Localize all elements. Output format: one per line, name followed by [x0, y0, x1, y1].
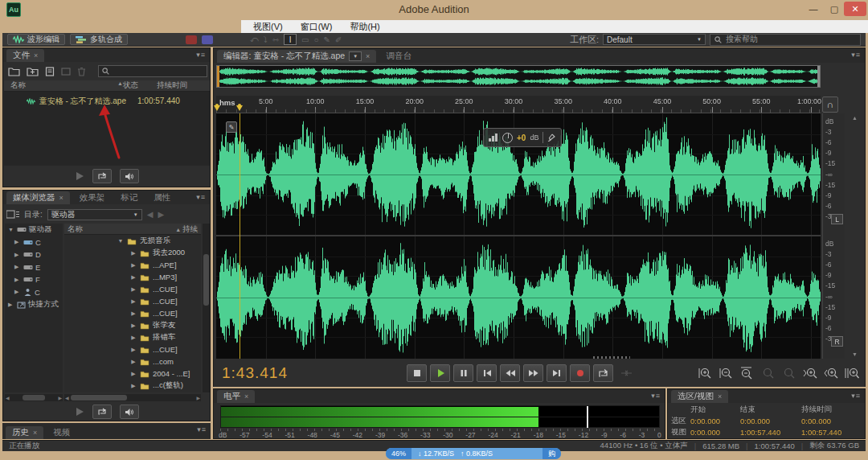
chevron-collapsed-icon[interactable]: ▶ [130, 274, 137, 281]
view-start-pin-icon[interactable] [214, 105, 220, 111]
skip-selection-button[interactable] [616, 364, 637, 382]
overview-navigator[interactable] [216, 65, 821, 88]
chevron-collapsed-icon[interactable]: ▶ [130, 335, 137, 341]
overview-waveform-canvas[interactable] [217, 66, 820, 87]
right-channel-badge[interactable]: R [831, 336, 843, 347]
panel-menu-icon[interactable]: ▾≡ [851, 51, 861, 59]
drive-tree[interactable]: ▼驱动器▶C▶D▶E▶F▶C▶快捷方式 [5, 224, 63, 392]
tab-levels[interactable]: 电平× [217, 390, 255, 403]
folder-row[interactable]: ▶我去2000 [64, 247, 201, 259]
scroll-up-icon[interactable]: ▲ [852, 115, 858, 121]
rewind-button[interactable] [500, 364, 520, 382]
left-channel-badge[interactable]: L [831, 214, 843, 224]
widget-tag[interactable]: 购 [542, 448, 561, 459]
main-waveform-canvas[interactable] [216, 113, 821, 359]
folder-list-vscrollbar[interactable] [203, 224, 210, 392]
auto-play-button[interactable] [120, 169, 139, 183]
new-file-icon[interactable] [45, 67, 55, 76]
panel-menu-icon[interactable]: ▾≡ [651, 392, 661, 400]
playhead-line[interactable] [240, 113, 240, 359]
net-speed-widget[interactable]: 46% ↓ 12.7KB/S ↑ 0.8KB/S 购 [386, 448, 561, 459]
tree-item-c[interactable]: ▶C [5, 286, 63, 299]
folder-row[interactable]: ▶...CUE] [64, 283, 201, 295]
paintbrush-tool-icon[interactable]: ✎ [324, 35, 330, 44]
view-mode-icon[interactable] [6, 210, 19, 219]
folder-row[interactable]: ▶2004 - ...E] [64, 368, 201, 380]
folder-list[interactable]: 名称 ▲ 持续 ▼无损音乐▶我去2000▶...APE]▶...MP3]▶...… [64, 224, 201, 392]
cd-layout-icon[interactable] [186, 35, 197, 44]
file-row[interactable]: 童安格 - 忘不了精选.ape 1:00:57.440 [4, 95, 210, 107]
stop-button[interactable] [407, 364, 427, 382]
chevron-collapsed-icon[interactable]: ▶ [8, 302, 14, 308]
minimize-button[interactable]: — [804, 2, 823, 16]
tab-video[interactable]: 视频 [47, 426, 76, 439]
tree-item-c[interactable]: ▶C [5, 236, 63, 249]
folder-list-header[interactable]: 名称 ▲ 持续 [64, 224, 201, 235]
close-icon[interactable]: × [34, 51, 38, 60]
view-row[interactable]: 视图 0:00.000 1:00:57.440 1:00:57.440 [671, 426, 862, 437]
play-icon[interactable] [75, 171, 84, 181]
chevron-expanded-icon[interactable]: ▼ [8, 227, 14, 232]
folder-list-hscrollbar[interactable]: ◀▶ [64, 394, 201, 401]
loop-playback-button[interactable] [92, 405, 112, 419]
chevron-collapsed-icon[interactable]: ▶ [130, 286, 137, 293]
chevron-collapsed-icon[interactable]: ▶ [14, 252, 21, 258]
workspace-dropdown[interactable]: Default ▼ [603, 34, 706, 45]
tree-hscrollbar[interactable]: ◀▶ [5, 394, 63, 401]
chevron-collapsed-icon[interactable]: ▶ [14, 289, 21, 295]
close-icon[interactable]: × [33, 429, 37, 437]
folder-row[interactable]: ▶...CUE] [64, 295, 201, 307]
spectral-display-icon[interactable] [202, 35, 213, 44]
folder-row[interactable]: ▶...CUE] [64, 307, 201, 319]
scroll-down-icon[interactable]: ▼ [852, 351, 858, 357]
menu-window[interactable]: 窗口(W) [293, 21, 340, 33]
zoom-in-amplitude-button[interactable] [760, 365, 776, 381]
razor-tool-icon[interactable]: ⤵ [264, 35, 268, 44]
folder-row[interactable]: ▶...MP3] [64, 271, 201, 283]
multitrack-button[interactable]: 多轨合成 [70, 34, 128, 45]
chevron-collapsed-icon[interactable]: ▶ [130, 371, 137, 377]
time-display[interactable]: 1:43.414 [222, 364, 288, 382]
gain-knob[interactable] [502, 133, 513, 143]
tree-item-快捷方式[interactable]: ▶快捷方式 [5, 298, 63, 311]
close-button[interactable]: ✕ [844, 2, 866, 16]
timeline-ruler[interactable]: hms 5:0010:0015:0020:0025:0030:0035:0040… [216, 96, 821, 113]
loop-playback-button[interactable] [92, 169, 112, 183]
close-icon[interactable]: × [366, 52, 370, 60]
pause-button[interactable] [453, 364, 473, 382]
panel-resize-grip[interactable] [593, 356, 630, 359]
tab-properties[interactable]: 属性 [147, 191, 177, 204]
folder-row[interactable]: ▶...c(整轨) [64, 380, 201, 392]
marquee-selection-icon[interactable]: ▭ [301, 35, 309, 44]
tree-item-d[interactable]: ▶D [5, 248, 63, 261]
snap-magnet-button[interactable]: ∩ [822, 97, 838, 113]
tree-item-e[interactable]: ▶E [5, 261, 63, 274]
back-arrow-icon[interactable]: ◀ [147, 210, 154, 219]
zoom-in-time-button[interactable] [697, 365, 714, 381]
files-list-header[interactable]: 名称▲ 状态 持续时间 [4, 80, 210, 92]
panel-menu-icon[interactable]: ▾≡ [196, 193, 206, 201]
open-file-icon[interactable] [8, 67, 20, 76]
tab-media-browser[interactable]: 媒体浏览器× [6, 191, 70, 204]
zoom-out-amplitude-button[interactable] [780, 365, 797, 381]
chevron-collapsed-icon[interactable]: ▶ [130, 347, 137, 353]
view-end-handle[interactable] [817, 66, 820, 87]
tree-item-drives-root[interactable]: ▼驱动器 [5, 224, 63, 236]
record-button[interactable] [570, 364, 590, 382]
go-to-start-button[interactable] [477, 364, 497, 382]
maximize-button[interactable]: ▢ [825, 2, 844, 16]
move-tool-icon[interactable]: ⤺ [250, 35, 259, 44]
chevron-collapsed-icon[interactable]: ▶ [130, 250, 137, 257]
folder-row[interactable]: ▶...APE] [64, 259, 201, 271]
insert-multitrack-icon[interactable] [61, 67, 71, 76]
menu-help[interactable]: 帮助(H) [342, 21, 387, 33]
directory-dropdown[interactable]: 驱动器 ▼ [47, 209, 142, 220]
chevron-collapsed-icon[interactable]: ▶ [130, 298, 137, 305]
zoom-to-out-point-button[interactable] [822, 365, 839, 381]
tree-item-f[interactable]: ▶F [5, 273, 63, 286]
chevron-collapsed-icon[interactable]: ▶ [130, 322, 137, 329]
chevron-collapsed-icon[interactable]: ▶ [130, 359, 137, 365]
vertical-zoom-scrollbar[interactable]: ▲ ▼ [845, 113, 865, 359]
folder-row[interactable]: ▶搭错车 [64, 331, 201, 343]
panel-menu-icon[interactable]: ▾≡ [197, 425, 207, 433]
